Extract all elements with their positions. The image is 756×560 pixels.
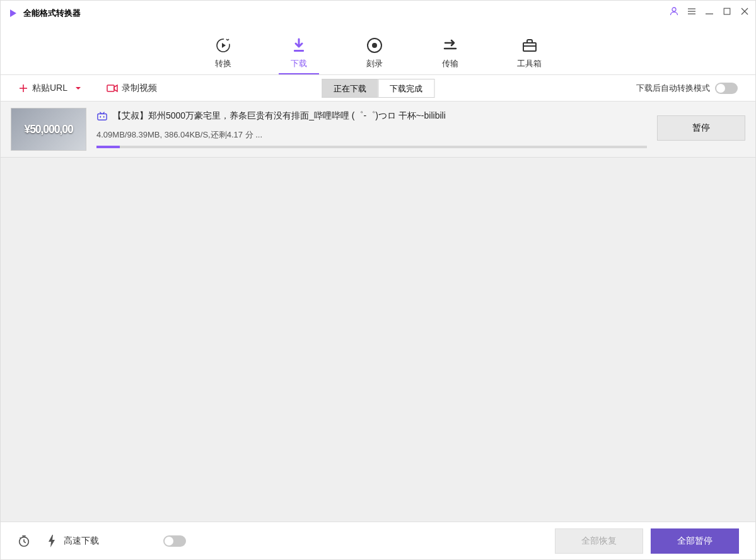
tab-transfer[interactable]: 传输 bbox=[430, 32, 470, 69]
play-logo-icon bbox=[8, 8, 18, 18]
convert-icon bbox=[214, 37, 232, 54]
thumbnail-text: ¥50,000,00 bbox=[24, 123, 73, 136]
subtab-completed[interactable]: 下载完成 bbox=[378, 79, 434, 98]
download-list: ¥50,000,00 【艾叔】郑州5000万豪宅里，养条巨贵有没有排面_哔哩哔哩… bbox=[1, 102, 755, 522]
app-logo: 全能格式转换器 bbox=[8, 8, 81, 19]
window-controls bbox=[668, 6, 750, 17]
high-speed-download: 高速下载 bbox=[47, 535, 186, 547]
tab-toolbox[interactable]: 工具箱 bbox=[506, 32, 553, 69]
progress-bar bbox=[96, 146, 647, 148]
user-icon[interactable] bbox=[668, 6, 680, 17]
resume-all-button[interactable]: 全部恢复 bbox=[555, 528, 643, 554]
svg-rect-19 bbox=[98, 114, 107, 120]
close-icon[interactable] bbox=[739, 6, 750, 17]
speed-label: 高速下载 bbox=[64, 535, 99, 547]
paste-url-label: 粘贴URL bbox=[32, 83, 67, 94]
download-item: ¥50,000,00 【艾叔】郑州5000万豪宅里，养条巨贵有没有排面_哔哩哔哩… bbox=[1, 102, 755, 158]
minimize-icon[interactable] bbox=[704, 6, 715, 17]
transfer-icon bbox=[441, 37, 459, 54]
bolt-icon bbox=[47, 535, 56, 547]
schedule-icon[interactable] bbox=[17, 534, 31, 548]
menu-icon[interactable] bbox=[686, 6, 697, 17]
tab-label: 传输 bbox=[442, 58, 458, 69]
disc-icon bbox=[366, 37, 383, 54]
footer: 高速下载 全部恢复 全部暂停 bbox=[1, 522, 755, 559]
chevron-down-icon bbox=[75, 85, 81, 91]
svg-point-12 bbox=[373, 44, 376, 47]
svg-rect-5 bbox=[724, 8, 730, 15]
tab-label: 工具箱 bbox=[517, 58, 542, 69]
download-subtabs: 正在下载 下载完成 bbox=[322, 79, 434, 98]
subtab-downloading[interactable]: 正在下载 bbox=[322, 79, 378, 98]
titlebar: 全能格式转换器 bbox=[1, 1, 755, 26]
tab-burn[interactable]: 刻录 bbox=[354, 32, 395, 69]
download-title: 【艾叔】郑州5000万豪宅里，养条巨贵有没有排面_哔哩哔哩 (゜-゜)つロ 干杯… bbox=[113, 110, 446, 122]
paste-url-button[interactable]: 粘贴URL bbox=[18, 83, 81, 94]
download-info: 【艾叔】郑州5000万豪宅里，养条巨贵有没有排面_哔哩哔哩 (゜-゜)つロ 干杯… bbox=[96, 108, 647, 148]
progress-fill bbox=[96, 146, 120, 148]
bilibili-icon bbox=[96, 111, 108, 121]
main-nav: 转换 下载 刻录 传输 工具箱 bbox=[1, 26, 755, 75]
tab-label: 转换 bbox=[215, 58, 231, 69]
tab-label: 刻录 bbox=[366, 58, 383, 69]
svg-point-0 bbox=[672, 8, 676, 11]
record-video-button[interactable]: 录制视频 bbox=[107, 83, 157, 94]
action-bar: 粘贴URL 录制视频 正在下载 下载完成 下载后自动转换模式 bbox=[1, 75, 755, 102]
high-speed-toggle[interactable] bbox=[163, 535, 186, 547]
camera-icon bbox=[107, 84, 118, 93]
tab-convert[interactable]: 转换 bbox=[203, 32, 243, 69]
pause-button[interactable]: 暂停 bbox=[657, 115, 745, 141]
app-title: 全能格式转换器 bbox=[23, 8, 81, 19]
toolbox-icon bbox=[521, 37, 538, 54]
svg-rect-14 bbox=[523, 43, 536, 51]
tab-label: 下载 bbox=[291, 58, 307, 69]
download-icon bbox=[290, 37, 308, 54]
maximize-icon[interactable] bbox=[721, 6, 733, 17]
svg-rect-10 bbox=[294, 50, 304, 52]
svg-marker-9 bbox=[222, 43, 226, 48]
pause-all-button[interactable]: 全部暂停 bbox=[651, 528, 739, 554]
svg-rect-18 bbox=[107, 85, 114, 91]
auto-convert-toggle[interactable] bbox=[715, 83, 738, 94]
tab-download[interactable]: 下载 bbox=[279, 32, 319, 69]
video-thumbnail: ¥50,000,00 bbox=[11, 108, 86, 151]
download-stats: 4.09MB/98.39MB, 386.04KB/S,还剩4.17 分 ... bbox=[96, 129, 647, 141]
auto-convert-label: 下载后自动转换模式 bbox=[636, 83, 710, 94]
plus-icon bbox=[18, 83, 28, 93]
record-label: 录制视频 bbox=[122, 83, 157, 94]
